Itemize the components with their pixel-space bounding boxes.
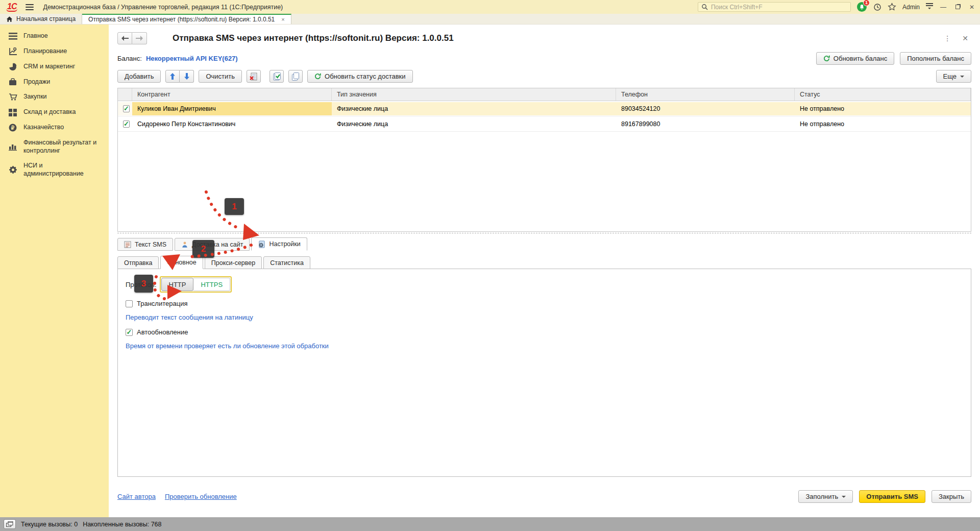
global-search-input[interactable]: Поиск Ctrl+Shift+F — [698, 2, 851, 12]
status-bar: Текущие вызовы: 0 Накопленные вызовы: 76… — [0, 517, 980, 531]
transliteration-label: Транслитерация — [137, 300, 187, 307]
move-up-button[interactable] — [165, 70, 180, 83]
close-form-icon[interactable]: ✕ — [962, 34, 968, 42]
menu-icon — [8, 33, 17, 40]
pie-chart-icon — [8, 63, 17, 71]
cart-icon — [8, 93, 17, 101]
accumulated-calls: Накопленные вызовы: 768 — [83, 521, 161, 528]
back-button[interactable] — [117, 32, 132, 44]
app-window: 1С Демонстрационная база / Управление то… — [0, 0, 980, 531]
service-menu-icon[interactable] — [926, 3, 933, 11]
row-checkbox[interactable] — [123, 105, 130, 112]
row-checkbox[interactable] — [123, 120, 130, 128]
sidebar-item-purchases[interactable]: Закупки — [0, 89, 109, 105]
close-window-button[interactable]: ✕ — [968, 4, 976, 11]
sidebar-item-main[interactable]: Главное — [0, 29, 109, 44]
table-row[interactable]: Сидоренко Петр Константинович Физические… — [118, 116, 971, 132]
sidebar-item-warehouse[interactable]: Склад и доставка — [0, 105, 109, 120]
annotation-step-1: 1 — [225, 198, 244, 215]
notification-badge: 1 — [863, 0, 870, 6]
header-status[interactable]: Статус — [795, 88, 971, 101]
topup-balance-button[interactable]: Пополнить баланс — [900, 52, 971, 65]
top-bar: 1С Демонстрационная база / Управление то… — [0, 0, 980, 14]
ruble-icon: ₽ — [8, 124, 17, 132]
fill-button[interactable]: Заполнить — [798, 490, 853, 503]
autoupdate-hint: Время от времени проверяет есть ли обнов… — [126, 342, 971, 350]
sidebar-item-admin[interactable]: НСИ и администрирование — [0, 158, 109, 181]
settings-panel: Протокол: HTTP HTTPS Транслитерация Пере… — [117, 269, 971, 477]
chevron-down-icon — [960, 76, 964, 80]
transliteration-checkbox[interactable] — [126, 300, 133, 307]
author-site-link[interactable]: Сайт автора — [117, 493, 156, 500]
app-title: Демонстрационная база / Управление торго… — [43, 4, 283, 11]
header-contragent[interactable]: Контрагент — [132, 88, 332, 101]
splitter-handle[interactable] — [117, 233, 971, 233]
more-menu-icon[interactable]: ⋮ — [944, 34, 951, 42]
table-header: Контрагент Тип значения Телефон Статус — [118, 88, 971, 101]
forward-button[interactable] — [132, 32, 147, 44]
add-button[interactable]: Добавить — [117, 70, 161, 83]
user-name[interactable]: Admin — [902, 4, 920, 11]
refresh-icon — [314, 73, 321, 80]
balance-status-link[interactable]: Некорректный API KEY(627) — [146, 55, 238, 62]
tab-text-sms[interactable]: Текст SMS — [117, 238, 173, 251]
more-button[interactable]: Еще — [936, 70, 971, 83]
home-icon — [6, 16, 13, 22]
autoupdate-label: Автообновление — [137, 328, 188, 336]
table-row[interactable]: Куликов Иван Дмитриевич Физические лица … — [118, 101, 971, 116]
sidebar-item-sales[interactable]: Продажи — [0, 75, 109, 90]
search-placeholder: Поиск Ctrl+Shift+F — [711, 4, 763, 11]
close-button[interactable]: Закрыть — [932, 490, 971, 503]
check-update-link[interactable]: Проверить обновление — [165, 493, 237, 500]
delete-rows-button[interactable] — [247, 70, 261, 83]
1c-logo-icon: 1С — [6, 3, 17, 12]
calls-indicator-button[interactable] — [4, 519, 16, 529]
subtab-statistics[interactable]: Статистика — [263, 256, 310, 269]
tab-sms-form[interactable]: Отправка SMS через интернет (https://sof… — [82, 14, 291, 24]
sidebar-item-finresult[interactable]: Финансовый результат и контроллинг — [0, 135, 109, 158]
minimize-button[interactable]: — — [939, 4, 947, 11]
clear-button[interactable]: Очистить — [199, 70, 242, 83]
arrow-down-icon — [184, 73, 190, 80]
current-calls: Текущие вызовы: 0 — [21, 521, 78, 528]
sidebar-item-treasury[interactable]: ₽ Казначейство — [0, 120, 109, 135]
person-icon — [181, 241, 188, 248]
header-value-type[interactable]: Тип значения — [332, 88, 616, 101]
protocol-http-button[interactable]: HTTP — [161, 278, 194, 291]
move-down-button[interactable] — [180, 70, 194, 83]
notifications-button[interactable]: 1 — [857, 2, 867, 12]
copy-pages-icon — [291, 73, 300, 81]
svg-text:₽: ₽ — [11, 125, 15, 130]
balance-label: Баланс: — [117, 55, 142, 62]
check-all-button[interactable] — [270, 70, 284, 83]
gear-icon — [8, 165, 17, 174]
refresh-balance-button[interactable]: Обновить баланс — [816, 52, 894, 65]
protocol-switch: HTTP HTTPS — [160, 276, 232, 293]
sidebar-item-planning[interactable]: 9 Планирование — [0, 44, 109, 59]
transliteration-hint: Переводит текст сообщения на латиницу — [126, 313, 971, 321]
autoupdate-checkbox[interactable] — [126, 329, 133, 336]
uncheck-all-button[interactable] — [288, 70, 303, 83]
form-area: Отправка SMS через интернет (https://sof… — [109, 25, 980, 517]
history-icon[interactable] — [873, 3, 881, 11]
tab-close-icon[interactable]: × — [281, 16, 284, 22]
page-title: Отправка SMS через интернет (https://sof… — [173, 33, 454, 43]
subtab-sending[interactable]: Отправка — [117, 256, 159, 269]
send-sms-button[interactable]: Отправить SMS — [859, 490, 925, 503]
main-menu-icon[interactable] — [26, 4, 34, 10]
tab-settings[interactable]: Настройки — [251, 237, 307, 251]
planning-chart-icon: 9 — [8, 47, 17, 56]
settings-subtabs: Отправка Основное Прокси-сервер Статисти… — [117, 255, 971, 269]
protocol-https-button[interactable]: HTTPS — [193, 278, 230, 291]
search-icon — [701, 4, 708, 10]
header-phone[interactable]: Телефон — [616, 88, 795, 101]
settings-icon — [258, 240, 265, 248]
sidebar-item-crm[interactable]: CRM и маркетинг — [0, 59, 109, 75]
grid-icon — [8, 109, 17, 116]
tab-home[interactable]: Начальная страница — [0, 14, 82, 24]
refresh-icon — [823, 55, 830, 62]
restore-button[interactable] — [953, 4, 962, 11]
refresh-delivery-status-button[interactable]: Обновить статус доставки — [307, 70, 413, 83]
subtab-proxy[interactable]: Прокси-сервер — [205, 256, 262, 269]
favorites-star-icon[interactable] — [888, 3, 896, 11]
